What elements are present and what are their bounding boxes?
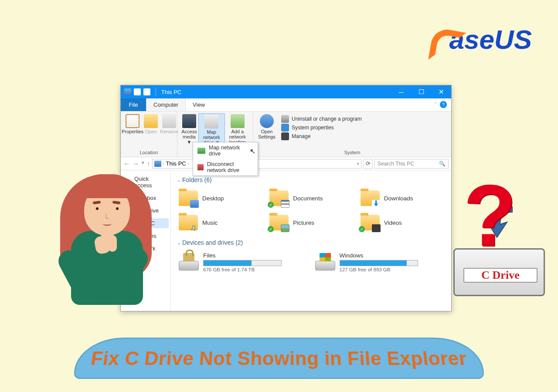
cursor-icon: ↖ [250,147,255,155]
qat-item[interactable] [134,88,141,95]
drive-icon [179,252,199,270]
drive-icon [315,252,335,270]
drives-header[interactable]: ⌄Devices and drives (2) [177,239,445,246]
menu-tabs: File Computer View ˆ ? [121,98,451,112]
easeus-logo: aseUS [431,24,532,55]
folder-videos[interactable]: ✓Videos [359,212,445,233]
rename-button[interactable]: Rename [160,113,178,149]
settings-icon [260,114,274,128]
chevron-right-icon: › [163,162,164,166]
folder-music[interactable]: Music [177,212,263,233]
map-drive-dropdown: Map network drive Disconnect network dri… [193,142,258,176]
open-button[interactable]: Open [142,113,160,149]
dropdown-map-drive[interactable]: Map network drive [193,142,258,159]
open-settings-button[interactable]: Open Settings [256,113,278,149]
qat [121,88,154,95]
disconnect-drive-icon [197,164,204,170]
chevron-right-icon: › [188,162,189,166]
chevron-down-icon[interactable]: ▾ [357,162,359,166]
uninstall-icon [281,115,289,123]
ribbon-group-label: Location [121,149,177,157]
rename-icon [162,114,176,128]
connect-drive-icon [197,148,205,154]
banner-text: Fix C Drive Not Showing in File Explorer [90,348,469,369]
refresh-button[interactable]: ⟳ [363,159,373,169]
drive-files[interactable]: Files 676 GB free of 1.74 TB [177,250,309,274]
help-icon[interactable]: ? [440,101,447,108]
breadcrumb-text: This PC [166,160,186,167]
ribbon: Properties Open Rename Location Access m… [121,112,451,157]
file-explorer-window: This PC ─ ☐ ✕ File Computer View ˆ ? Pro… [120,85,452,311]
desktop-icon [190,200,199,208]
sync-check-icon: ✓ [268,202,274,208]
system-properties-button[interactable]: System properties [281,124,362,132]
video-icon [372,224,381,232]
sync-check-icon: ✓ [359,226,365,232]
usage-fill [340,260,407,266]
chevron-down-icon: ⌄ [177,178,180,182]
document-icon [281,200,289,208]
properties-button[interactable]: Properties [123,113,142,149]
collapse-ribbon-icon[interactable]: ˆ [435,102,436,107]
download-icon [372,200,381,208]
usage-fill [204,260,252,266]
drive-windows[interactable]: Windows 127 GB free of 893 GB [313,250,446,274]
titlebar: This PC ─ ☐ ✕ [121,85,451,98]
manage-button[interactable]: Manage [281,132,362,140]
open-icon [144,114,158,128]
folder-desktop[interactable]: Desktop [177,188,263,209]
dropdown-disconnect-drive[interactable]: Disconnect network drive [193,159,258,176]
minimize-button[interactable]: ─ [391,85,411,98]
thinking-person-illustration [51,161,160,309]
sys-props-icon [281,124,289,132]
ribbon-group-label: System [253,149,451,157]
address-bar: ← → ▾ ↑ › This PC › ▾ ⟳ Search This PC 🔍 [121,157,451,170]
window-title: This PC [158,89,391,95]
add-location-icon [231,114,245,128]
folder-downloads[interactable]: Downloads [359,188,445,209]
windows-logo-icon [320,253,331,262]
window-icon[interactable] [124,88,131,95]
tab-file[interactable]: File [121,98,146,111]
usage-bar [340,260,418,266]
folder-pictures[interactable]: ✓Pictures [268,212,354,233]
content-pane: ⌄Folders (6) Desktop ✓Documents Download… [171,170,451,311]
separator [156,88,156,96]
tab-view[interactable]: View [186,98,212,111]
c-drive-label: C Drive [463,268,538,283]
search-placeholder: Search This PC [378,161,414,167]
search-icon: 🔍 [439,161,446,167]
media-icon [182,114,196,128]
folders-header[interactable]: ⌄Folders (6) [177,176,445,183]
close-button[interactable]: ✕ [431,85,451,98]
chevron-down-icon: ⌄ [177,240,180,245]
folder-documents[interactable]: ✓Documents [268,188,354,209]
uninstall-program-button[interactable]: Uninstall or change a program [281,115,362,123]
sync-check-icon: ✓ [268,226,274,232]
logo-swoosh-icon [431,30,452,54]
search-input[interactable]: Search This PC 🔍 [374,159,449,169]
map-drive-icon [204,115,218,128]
manage-icon [281,132,289,140]
qat-item[interactable] [143,88,150,95]
question-mark-icon: ? [463,166,517,266]
picture-icon [281,224,289,232]
maximize-button[interactable]: ☐ [411,85,431,98]
title-banner: Fix C Drive Not Showing in File Explorer [74,338,484,379]
music-icon [190,224,199,232]
tab-computer[interactable]: Computer [146,98,186,111]
lock-icon [183,253,194,262]
usage-bar [203,260,282,266]
properties-icon [126,114,140,128]
